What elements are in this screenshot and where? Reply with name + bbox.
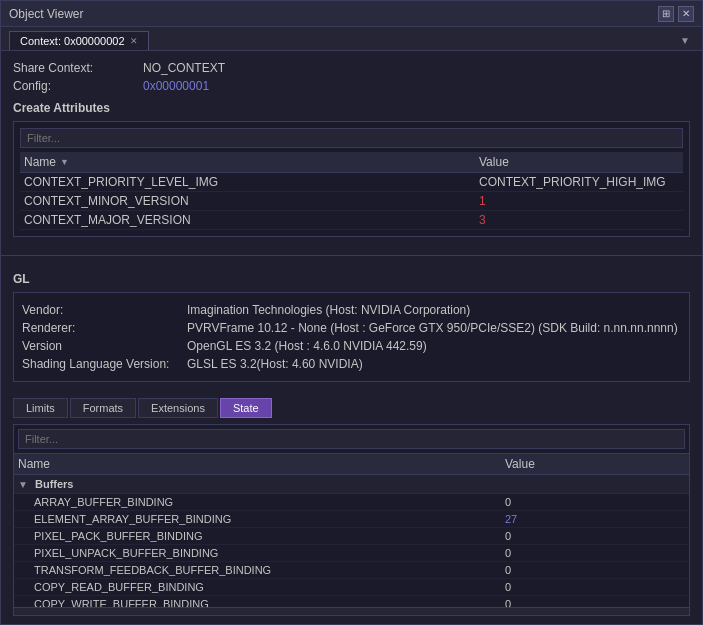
- state-name-array-buffer: ARRAY_BUFFER_BINDING: [34, 496, 505, 508]
- config-value-link[interactable]: 0x00000001: [143, 79, 209, 93]
- attr-value-1: 1: [479, 194, 679, 208]
- attributes-section: Name ▼ Value CONTEXT_PRIORITY_LEVEL_IMG …: [13, 121, 690, 237]
- gl-renderer-row: Renderer: PVRVFrame 10.12 - None (Host :…: [22, 319, 681, 337]
- attributes-table-header: Name ▼ Value: [20, 152, 683, 173]
- attr-name-0: CONTEXT_PRIORITY_LEVEL_IMG: [24, 175, 479, 189]
- table-row: CONTEXT_MINOR_VERSION 1: [20, 192, 683, 211]
- horizontal-scrollbar[interactable]: [14, 607, 689, 615]
- sort-icon: ▼: [60, 157, 69, 167]
- tab-dropdown-arrow[interactable]: ▼: [676, 31, 694, 50]
- title-bar-left: Object Viewer: [9, 7, 83, 21]
- attr-name-1: CONTEXT_MINOR_VERSION: [24, 194, 479, 208]
- create-attributes-title: Create Attributes: [13, 101, 690, 115]
- tab-formats[interactable]: Formats: [70, 398, 136, 418]
- gl-sl-version-row: Shading Language Version: GLSL ES 3.2(Ho…: [22, 355, 681, 373]
- close-button[interactable]: ✕: [678, 6, 694, 22]
- state-row-transform-feedback: TRANSFORM_FEEDBACK_BUFFER_BINDING 0: [14, 562, 689, 579]
- state-section: Name Value ▼ Buffers ARRAY_BUFFER_BINDIN…: [13, 424, 690, 616]
- tab-extensions[interactable]: Extensions: [138, 398, 218, 418]
- col-name-header: Name ▼: [24, 155, 479, 169]
- state-name-copy-write: COPY_WRITE_BUFFER_BINDING: [34, 598, 505, 607]
- gl-panel: GL Vendor: Imagination Technologies (Hos…: [1, 256, 702, 390]
- state-filter-area: [14, 425, 689, 454]
- state-row-pixel-pack: PIXEL_PACK_BUFFER_BINDING 0: [14, 528, 689, 545]
- gl-sl-version-label: Shading Language Version:: [22, 357, 187, 371]
- top-section: Share Context: NO_CONTEXT Config: 0x0000…: [1, 51, 702, 256]
- share-context-label: Share Context:: [13, 61, 143, 75]
- expand-arrow-icon: ▼: [18, 479, 28, 490]
- tab-label: Context: 0x00000002: [20, 35, 125, 47]
- state-name-transform-feedback: TRANSFORM_FEEDBACK_BUFFER_BINDING: [34, 564, 505, 576]
- table-row: CONTEXT_PRIORITY_LEVEL_IMG CONTEXT_PRIOR…: [20, 173, 683, 192]
- gl-sl-version-value: GLSL ES 3.2(Host: 4.60 NVIDIA): [187, 357, 681, 371]
- tab-bar: Context: 0x00000002 ✕ ▼: [1, 27, 702, 51]
- title-bar: Object Viewer ⊞ ✕: [1, 1, 702, 27]
- state-table: Name Value ▼ Buffers ARRAY_BUFFER_BINDIN…: [14, 454, 689, 607]
- gl-vendor-value: Imagination Technologies (Host: NVIDIA C…: [187, 303, 681, 317]
- maximize-button[interactable]: ⊞: [658, 6, 674, 22]
- state-col-value-header: Value: [505, 457, 685, 471]
- tab-close-icon[interactable]: ✕: [130, 36, 138, 46]
- gl-version-row: Version OpenGL ES 3.2 (Host : 4.6.0 NVID…: [22, 337, 681, 355]
- state-row-copy-read: COPY_READ_BUFFER_BINDING 0: [14, 579, 689, 596]
- tab-limits[interactable]: Limits: [13, 398, 68, 418]
- state-row-array-buffer: ARRAY_BUFFER_BINDING 0: [14, 494, 689, 511]
- state-filter-input[interactable]: [18, 429, 685, 449]
- gl-section: Vendor: Imagination Technologies (Host: …: [13, 292, 690, 382]
- table-row: CONTEXT_MAJOR_VERSION 3: [20, 211, 683, 230]
- state-row-pixel-unpack: PIXEL_UNPACK_BUFFER_BINDING 0: [14, 545, 689, 562]
- state-table-header: Name Value: [14, 454, 689, 475]
- gl-version-label: Version: [22, 339, 187, 353]
- state-value-array-buffer: 0: [505, 496, 685, 508]
- gl-renderer-label: Renderer:: [22, 321, 187, 335]
- state-value-copy-write: 0: [505, 598, 685, 607]
- attr-value-0: CONTEXT_PRIORITY_HIGH_IMG: [479, 175, 679, 189]
- buffers-group-header[interactable]: ▼ Buffers: [14, 475, 689, 494]
- gl-renderer-value: PVRVFrame 10.12 - None (Host : GeForce G…: [187, 321, 681, 335]
- buffers-group-name: ▼ Buffers: [18, 478, 685, 490]
- state-col-name-header: Name: [18, 457, 505, 471]
- state-name-copy-read: COPY_READ_BUFFER_BINDING: [34, 581, 505, 593]
- gl-section-title: GL: [13, 272, 690, 286]
- window-title: Object Viewer: [9, 7, 83, 21]
- state-value-pixel-unpack: 0: [505, 547, 685, 559]
- share-context-row: Share Context: NO_CONTEXT: [13, 59, 690, 77]
- gl-vendor-row: Vendor: Imagination Technologies (Host: …: [22, 301, 681, 319]
- state-row-copy-write: COPY_WRITE_BUFFER_BINDING 0: [14, 596, 689, 607]
- state-name-pixel-unpack: PIXEL_UNPACK_BUFFER_BINDING: [34, 547, 505, 559]
- context-tab[interactable]: Context: 0x00000002 ✕: [9, 31, 149, 50]
- state-name-pixel-pack: PIXEL_PACK_BUFFER_BINDING: [34, 530, 505, 542]
- state-value-transform-feedback: 0: [505, 564, 685, 576]
- state-value-element-array-buffer[interactable]: 27: [505, 513, 685, 525]
- config-row: Config: 0x00000001: [13, 77, 690, 95]
- lower-section: Limits Formats Extensions State Name Val…: [1, 390, 702, 624]
- gl-tabs-row: Limits Formats Extensions State: [13, 398, 690, 418]
- gl-version-value: OpenGL ES 3.2 (Host : 4.6.0 NVIDIA 442.5…: [187, 339, 681, 353]
- title-bar-controls: ⊞ ✕: [658, 6, 694, 22]
- object-viewer-window: Object Viewer ⊞ ✕ Context: 0x00000002 ✕ …: [0, 0, 703, 625]
- state-value-copy-read: 0: [505, 581, 685, 593]
- state-value-pixel-pack: 0: [505, 530, 685, 542]
- col-value-header: Value: [479, 155, 679, 169]
- attributes-filter-input[interactable]: [20, 128, 683, 148]
- gl-vendor-label: Vendor:: [22, 303, 187, 317]
- attributes-table-body: CONTEXT_PRIORITY_LEVEL_IMG CONTEXT_PRIOR…: [20, 173, 683, 230]
- tab-state[interactable]: State: [220, 398, 272, 418]
- state-name-element-array-buffer: ELEMENT_ARRAY_BUFFER_BINDING: [34, 513, 505, 525]
- attr-name-2: CONTEXT_MAJOR_VERSION: [24, 213, 479, 227]
- state-row-element-array-buffer: ELEMENT_ARRAY_BUFFER_BINDING 27: [14, 511, 689, 528]
- config-label: Config:: [13, 79, 143, 93]
- attr-value-2: 3: [479, 213, 679, 227]
- share-context-value: NO_CONTEXT: [143, 61, 225, 75]
